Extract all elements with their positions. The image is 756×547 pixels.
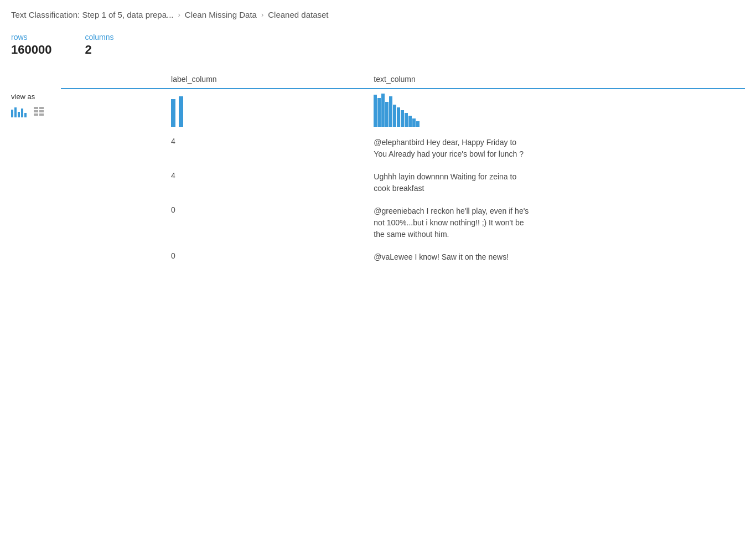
- text-value-2: @greeniebach I reckon he'll play, even i…: [365, 200, 745, 246]
- table-row: 4 Ughhh layin downnnn Waiting for zeina …: [61, 166, 745, 200]
- label-value-1: 4: [162, 166, 365, 200]
- text-bar-1: [374, 95, 377, 127]
- chart-row-index: [61, 89, 162, 131]
- table-view-button[interactable]: [31, 104, 46, 120]
- label-value-3: 0: [162, 246, 365, 269]
- label-bar-2: [179, 96, 183, 127]
- label-value-2: 0: [162, 200, 365, 246]
- table-row: 0 @greeniebach I reckon he'll play, even…: [61, 200, 745, 246]
- text-bar-12: [416, 121, 420, 127]
- table-grid-icon: [33, 106, 45, 118]
- bar3: [18, 112, 20, 117]
- label-distribution-chart: [171, 94, 356, 127]
- breadcrumb-sep1: ›: [178, 11, 180, 19]
- bar1: [11, 110, 13, 117]
- chart-row: [61, 89, 745, 131]
- columns-stat: columns 2: [85, 33, 113, 57]
- row-index-1: [61, 166, 162, 200]
- row-index-0: [61, 131, 162, 166]
- columns-label: columns: [85, 33, 113, 42]
- bar5: [24, 113, 27, 117]
- svg-rect-1: [39, 107, 44, 109]
- text-bar-7: [397, 107, 400, 127]
- bar2: [14, 107, 17, 117]
- view-as-label: view as: [11, 92, 59, 101]
- svg-rect-3: [39, 110, 44, 112]
- data-table-wrapper: label_column text_column: [61, 70, 745, 269]
- text-bar-4: [385, 102, 389, 127]
- label-col-header: label_column: [162, 70, 365, 89]
- text-content-1: Ughhh layin downnnn Waiting for zeina to…: [374, 171, 529, 194]
- columns-value: 2: [85, 43, 113, 57]
- text-content-0: @elephantbird Hey dear, Happy Friday to …: [374, 137, 529, 160]
- text-bar-3: [381, 94, 385, 127]
- table-header-row: label_column text_column: [61, 70, 745, 89]
- label-bar-1: [171, 99, 175, 127]
- row-index-3: [61, 246, 162, 269]
- text-bar-5: [389, 96, 392, 127]
- text-col-header: text_column: [365, 70, 745, 89]
- stats-row: rows 160000 columns 2: [11, 33, 745, 57]
- row-index-2: [61, 200, 162, 246]
- breadcrumb: Text Classification: Step 1 of 5, data p…: [11, 6, 745, 19]
- text-content-2: @greeniebach I reckon he'll play, even i…: [374, 205, 529, 240]
- text-bar-8: [401, 110, 404, 127]
- text-bar-6: [393, 105, 396, 127]
- text-distribution-chart: [374, 94, 736, 127]
- svg-rect-4: [34, 113, 38, 116]
- text-bar-9: [405, 113, 408, 127]
- bar4: [21, 109, 23, 117]
- index-col-header: [61, 70, 162, 89]
- table-row: 0 @vaLewee I know! Saw it on the news!: [61, 246, 745, 269]
- rows-stat: rows 160000: [11, 33, 51, 57]
- text-value-0: @elephantbird Hey dear, Happy Friday to …: [365, 131, 745, 166]
- text-value-1: Ughhh layin downnnn Waiting for zeina to…: [365, 166, 745, 200]
- rows-value: 160000: [11, 43, 51, 57]
- bar-chart-view-button[interactable]: [11, 104, 27, 120]
- svg-rect-5: [39, 113, 44, 116]
- breadcrumb-step1: Text Classification: Step 1 of 5, data p…: [11, 10, 174, 19]
- data-table: label_column text_column: [61, 70, 745, 269]
- svg-rect-0: [34, 107, 38, 109]
- text-bar-11: [412, 118, 416, 127]
- label-chart-cell: [162, 89, 365, 131]
- breadcrumb-step2: Clean Missing Data: [185, 10, 257, 19]
- text-bar-10: [408, 116, 412, 127]
- rows-label: rows: [11, 33, 51, 42]
- svg-rect-2: [34, 110, 38, 112]
- view-as-section: view as: [11, 70, 61, 120]
- breadcrumb-sep2: ›: [261, 11, 263, 19]
- bar-chart-icon: [11, 106, 27, 117]
- label-value-0: 4: [162, 131, 365, 166]
- text-bar-2: [377, 98, 381, 127]
- text-content-3: @vaLewee I know! Saw it on the news!: [374, 251, 529, 263]
- main-layout: view as: [11, 70, 745, 269]
- breadcrumb-step3: Cleaned dataset: [268, 10, 328, 19]
- table-row: 4 @elephantbird Hey dear, Happy Friday t…: [61, 131, 745, 166]
- text-value-3: @vaLewee I know! Saw it on the news!: [365, 246, 745, 269]
- text-chart-cell: [365, 89, 745, 131]
